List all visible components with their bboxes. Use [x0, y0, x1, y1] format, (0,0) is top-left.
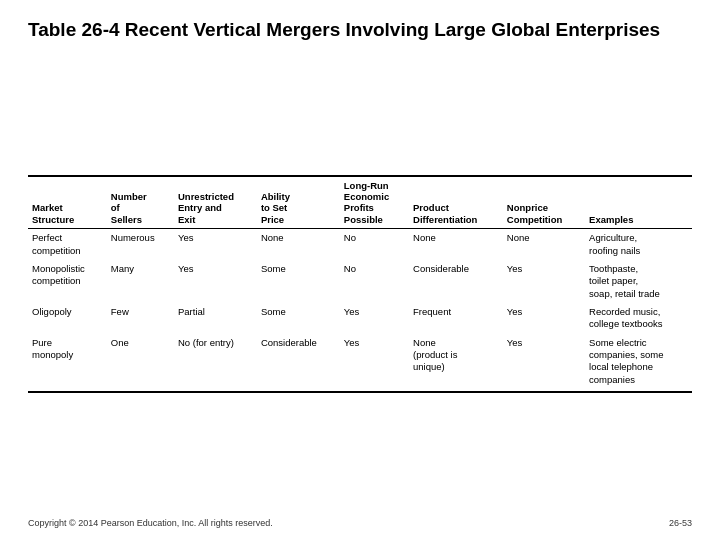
- col-header-number_sellers: Number of Sellers: [107, 176, 174, 229]
- cell-product_diff: Frequent: [409, 303, 503, 334]
- cell-longrun_profits: Yes: [340, 334, 409, 392]
- table-row: Pure monopolyOneNo (for entry)Considerab…: [28, 334, 692, 392]
- cell-nonprice_competition: Yes: [503, 303, 585, 334]
- col-header-market_structure: Market Structure: [28, 176, 107, 229]
- cell-examples: Recorded music, college textbooks: [585, 303, 692, 334]
- cell-market_structure: Pure monopoly: [28, 334, 107, 392]
- cell-examples: Some electric companies, some local tele…: [585, 334, 692, 392]
- col-header-nonprice_competition: Nonprice Competition: [503, 176, 585, 229]
- cell-ability_set_price: Considerable: [257, 334, 340, 392]
- cell-nonprice_competition: None: [503, 229, 585, 260]
- cell-nonprice_competition: Yes: [503, 334, 585, 392]
- cell-unrestricted_entry: Yes: [174, 229, 257, 260]
- cell-number_sellers: Few: [107, 303, 174, 334]
- table-row: Perfect competitionNumerousYesNoneNoNone…: [28, 229, 692, 260]
- cell-longrun_profits: Yes: [340, 303, 409, 334]
- cell-nonprice_competition: Yes: [503, 260, 585, 303]
- cell-longrun_profits: No: [340, 229, 409, 260]
- table-row: Monopolistic competitionManyYesSomeNoCon…: [28, 260, 692, 303]
- page: Table 26-4 Recent Vertical Mergers Invol…: [0, 0, 720, 540]
- cell-examples: Agriculture, roofing nails: [585, 229, 692, 260]
- cell-number_sellers: One: [107, 334, 174, 392]
- table-wrap: Market StructureNumber of SellersUnrestr…: [28, 60, 692, 508]
- cell-product_diff: None: [409, 229, 503, 260]
- cell-number_sellers: Numerous: [107, 229, 174, 260]
- cell-product_diff: Considerable: [409, 260, 503, 303]
- cell-unrestricted_entry: Partial: [174, 303, 257, 334]
- cell-examples: Toothpaste, toilet paper, soap, retail t…: [585, 260, 692, 303]
- cell-product_diff: None (product is unique): [409, 334, 503, 392]
- cell-market_structure: Monopolistic competition: [28, 260, 107, 303]
- col-header-longrun_profits: Long-Run Economic Profits Possible: [340, 176, 409, 229]
- page-number: 26-53: [669, 518, 692, 528]
- copyright-text: Copyright © 2014 Pearson Education, Inc.…: [28, 518, 273, 528]
- cell-number_sellers: Many: [107, 260, 174, 303]
- cell-market_structure: Oligopoly: [28, 303, 107, 334]
- col-header-examples: Examples: [585, 176, 692, 229]
- cell-market_structure: Perfect competition: [28, 229, 107, 260]
- cell-unrestricted_entry: Yes: [174, 260, 257, 303]
- cell-longrun_profits: No: [340, 260, 409, 303]
- col-header-product_diff: Product Differentiation: [409, 176, 503, 229]
- cell-ability_set_price: None: [257, 229, 340, 260]
- footer: Copyright © 2014 Pearson Education, Inc.…: [28, 518, 692, 528]
- main-table: Market StructureNumber of SellersUnrestr…: [28, 175, 692, 393]
- col-header-unrestricted_entry: Unrestricted Entry and Exit: [174, 176, 257, 229]
- col-header-ability_set_price: Ability to Set Price: [257, 176, 340, 229]
- cell-ability_set_price: Some: [257, 303, 340, 334]
- table-row: OligopolyFewPartialSomeYesFrequentYesRec…: [28, 303, 692, 334]
- page-title: Table 26-4 Recent Vertical Mergers Invol…: [28, 18, 692, 42]
- cell-unrestricted_entry: No (for entry): [174, 334, 257, 392]
- cell-ability_set_price: Some: [257, 260, 340, 303]
